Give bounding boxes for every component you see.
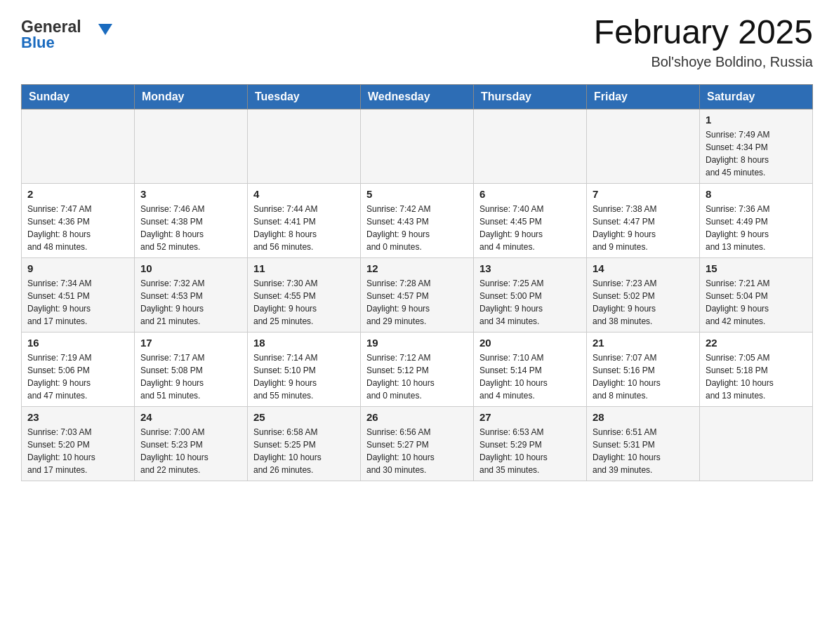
calendar-cell	[361, 109, 474, 183]
day-number: 19	[366, 337, 468, 349]
day-number: 14	[593, 262, 694, 274]
day-info: Sunrise: 7:05 AM Sunset: 5:18 PM Dayligh…	[706, 351, 807, 402]
day-number: 11	[253, 262, 355, 274]
day-info: Sunrise: 7:25 AM Sunset: 5:00 PM Dayligh…	[479, 277, 581, 328]
day-number: 3	[140, 188, 241, 200]
day-info: Sunrise: 7:42 AM Sunset: 4:43 PM Dayligh…	[366, 203, 468, 253]
day-info: Sunrise: 7:28 AM Sunset: 4:57 PM Dayligh…	[366, 277, 468, 328]
svg-text:Blue: Blue	[21, 34, 55, 51]
day-info: Sunrise: 7:17 AM Sunset: 5:08 PM Dayligh…	[140, 351, 241, 402]
calendar-cell: 21Sunrise: 7:07 AM Sunset: 5:16 PM Dayli…	[587, 332, 700, 406]
day-number: 20	[479, 337, 581, 349]
day-number: 13	[479, 262, 581, 274]
day-number: 25	[253, 411, 355, 423]
calendar-cell	[135, 109, 248, 183]
calendar-cell	[248, 109, 361, 183]
day-number: 2	[27, 188, 128, 200]
header-row: SundayMondayTuesdayWednesdayThursdayFrid…	[22, 84, 813, 109]
calendar-cell: 10Sunrise: 7:32 AM Sunset: 4:53 PM Dayli…	[135, 257, 248, 332]
day-info: Sunrise: 7:03 AM Sunset: 5:20 PM Dayligh…	[27, 426, 128, 476]
calendar-cell: 23Sunrise: 7:03 AM Sunset: 5:20 PM Dayli…	[22, 406, 135, 481]
day-info: Sunrise: 7:40 AM Sunset: 4:45 PM Dayligh…	[479, 203, 581, 253]
calendar-subtitle: Bol'shoye Boldino, Russia	[594, 54, 813, 70]
day-number: 22	[706, 337, 807, 349]
col-header-thursday: Thursday	[474, 84, 587, 109]
calendar-cell: 20Sunrise: 7:10 AM Sunset: 5:14 PM Dayli…	[474, 332, 587, 406]
day-info: Sunrise: 7:46 AM Sunset: 4:38 PM Dayligh…	[140, 203, 241, 253]
day-info: Sunrise: 7:23 AM Sunset: 5:02 PM Dayligh…	[593, 277, 694, 328]
day-info: Sunrise: 7:44 AM Sunset: 4:41 PM Dayligh…	[253, 203, 355, 253]
calendar-title: February 2025	[594, 14, 813, 51]
day-info: Sunrise: 7:38 AM Sunset: 4:47 PM Dayligh…	[593, 203, 694, 253]
day-info: Sunrise: 7:10 AM Sunset: 5:14 PM Dayligh…	[479, 351, 581, 402]
day-number: 15	[706, 262, 807, 274]
week-row-4: 16Sunrise: 7:19 AM Sunset: 5:06 PM Dayli…	[22, 332, 813, 406]
day-number: 4	[253, 188, 355, 200]
day-info: Sunrise: 7:14 AM Sunset: 5:10 PM Dayligh…	[253, 351, 355, 402]
day-number: 12	[366, 262, 468, 274]
calendar-cell: 12Sunrise: 7:28 AM Sunset: 4:57 PM Dayli…	[361, 257, 474, 332]
col-header-monday: Monday	[135, 84, 248, 109]
day-info: Sunrise: 7:32 AM Sunset: 4:53 PM Dayligh…	[140, 277, 241, 328]
day-info: Sunrise: 7:36 AM Sunset: 4:49 PM Dayligh…	[706, 203, 807, 253]
title-block: February 2025 Bol'shoye Boldino, Russia	[594, 14, 813, 70]
day-info: Sunrise: 7:30 AM Sunset: 4:55 PM Dayligh…	[253, 277, 355, 328]
week-row-1: 1Sunrise: 7:49 AM Sunset: 4:34 PM Daylig…	[22, 109, 813, 183]
day-info: Sunrise: 7:00 AM Sunset: 5:23 PM Dayligh…	[140, 426, 241, 476]
day-number: 5	[366, 188, 468, 200]
day-info: Sunrise: 6:58 AM Sunset: 5:25 PM Dayligh…	[253, 426, 355, 476]
day-info: Sunrise: 7:49 AM Sunset: 4:34 PM Dayligh…	[706, 128, 807, 179]
calendar-cell	[22, 109, 135, 183]
day-number: 10	[140, 262, 241, 274]
calendar-cell	[700, 406, 813, 481]
day-info: Sunrise: 7:21 AM Sunset: 5:04 PM Dayligh…	[706, 277, 807, 328]
calendar-cell: 8Sunrise: 7:36 AM Sunset: 4:49 PM Daylig…	[700, 183, 813, 257]
day-number: 7	[593, 188, 694, 200]
day-info: Sunrise: 7:07 AM Sunset: 5:16 PM Dayligh…	[593, 351, 694, 402]
logo: General Blue	[21, 14, 119, 53]
day-info: Sunrise: 6:56 AM Sunset: 5:27 PM Dayligh…	[366, 426, 468, 476]
calendar-cell: 17Sunrise: 7:17 AM Sunset: 5:08 PM Dayli…	[135, 332, 248, 406]
week-row-3: 9Sunrise: 7:34 AM Sunset: 4:51 PM Daylig…	[22, 257, 813, 332]
day-number: 18	[253, 337, 355, 349]
day-info: Sunrise: 6:51 AM Sunset: 5:31 PM Dayligh…	[593, 426, 694, 476]
day-number: 26	[366, 411, 468, 423]
week-row-2: 2Sunrise: 7:47 AM Sunset: 4:36 PM Daylig…	[22, 183, 813, 257]
col-header-tuesday: Tuesday	[248, 84, 361, 109]
calendar-cell: 15Sunrise: 7:21 AM Sunset: 5:04 PM Dayli…	[700, 257, 813, 332]
calendar-cell: 26Sunrise: 6:56 AM Sunset: 5:27 PM Dayli…	[361, 406, 474, 481]
logo-graphic: General Blue	[21, 14, 119, 53]
calendar-cell: 4Sunrise: 7:44 AM Sunset: 4:41 PM Daylig…	[248, 183, 361, 257]
calendar-cell: 16Sunrise: 7:19 AM Sunset: 5:06 PM Dayli…	[22, 332, 135, 406]
day-number: 24	[140, 411, 241, 423]
calendar-cell: 13Sunrise: 7:25 AM Sunset: 5:00 PM Dayli…	[474, 257, 587, 332]
day-number: 17	[140, 337, 241, 349]
calendar-cell: 25Sunrise: 6:58 AM Sunset: 5:25 PM Dayli…	[248, 406, 361, 481]
week-row-5: 23Sunrise: 7:03 AM Sunset: 5:20 PM Dayli…	[22, 406, 813, 481]
calendar-cell: 27Sunrise: 6:53 AM Sunset: 5:29 PM Dayli…	[474, 406, 587, 481]
day-number: 23	[27, 411, 128, 423]
calendar-table: SundayMondayTuesdayWednesdayThursdayFrid…	[21, 84, 813, 481]
calendar-cell: 11Sunrise: 7:30 AM Sunset: 4:55 PM Dayli…	[248, 257, 361, 332]
day-info: Sunrise: 7:12 AM Sunset: 5:12 PM Dayligh…	[366, 351, 468, 402]
col-header-saturday: Saturday	[700, 84, 813, 109]
col-header-sunday: Sunday	[22, 84, 135, 109]
calendar-cell: 6Sunrise: 7:40 AM Sunset: 4:45 PM Daylig…	[474, 183, 587, 257]
day-info: Sunrise: 7:47 AM Sunset: 4:36 PM Dayligh…	[27, 203, 128, 253]
day-number: 16	[27, 337, 128, 349]
day-info: Sunrise: 7:34 AM Sunset: 4:51 PM Dayligh…	[27, 277, 128, 328]
calendar-cell: 7Sunrise: 7:38 AM Sunset: 4:47 PM Daylig…	[587, 183, 700, 257]
calendar-cell	[474, 109, 587, 183]
calendar-cell: 3Sunrise: 7:46 AM Sunset: 4:38 PM Daylig…	[135, 183, 248, 257]
calendar-cell: 9Sunrise: 7:34 AM Sunset: 4:51 PM Daylig…	[22, 257, 135, 332]
calendar-cell: 5Sunrise: 7:42 AM Sunset: 4:43 PM Daylig…	[361, 183, 474, 257]
calendar-cell: 24Sunrise: 7:00 AM Sunset: 5:23 PM Dayli…	[135, 406, 248, 481]
day-number: 9	[27, 262, 128, 274]
calendar-cell: 19Sunrise: 7:12 AM Sunset: 5:12 PM Dayli…	[361, 332, 474, 406]
calendar-cell: 28Sunrise: 6:51 AM Sunset: 5:31 PM Dayli…	[587, 406, 700, 481]
col-header-friday: Friday	[587, 84, 700, 109]
day-number: 27	[479, 411, 581, 423]
day-number: 28	[593, 411, 694, 423]
day-number: 8	[706, 188, 807, 200]
svg-marker-1	[98, 24, 112, 35]
